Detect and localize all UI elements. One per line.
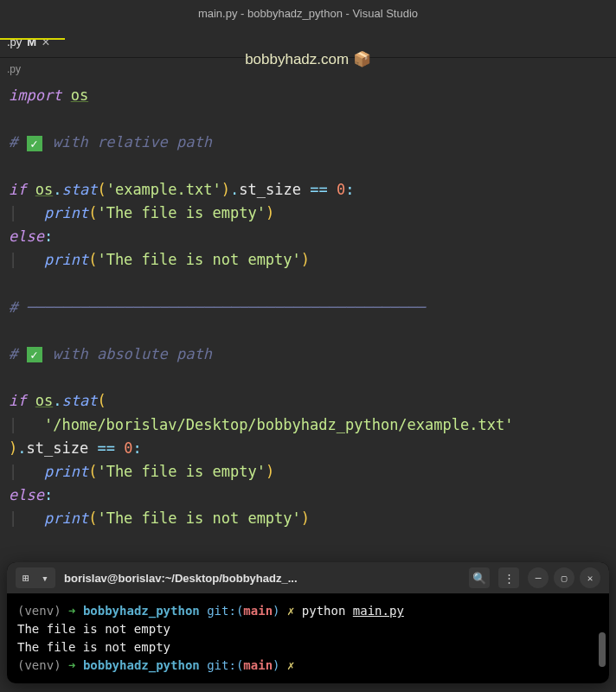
tab-active-indicator <box>0 38 65 40</box>
code-editor[interactable]: import os # ✓ with relative path if os.s… <box>0 80 616 535</box>
check-icon: ✓ <box>27 136 42 151</box>
maximize-button[interactable]: ▢ <box>554 567 574 588</box>
terminal-window: ⊞ ▾ borislav@borislav:~/Desktop/bobbyhad… <box>7 562 609 683</box>
menu-icon[interactable]: ⋮ <box>498 567 519 588</box>
window-title: main.py - bobbyhadz_python - Visual Stud… <box>0 0 616 27</box>
plus-icon: ⊞ <box>17 569 35 586</box>
new-tab-button[interactable]: ⊞ ▾ <box>16 567 55 588</box>
terminal-scrollbar[interactable] <box>599 632 606 667</box>
terminal-title: borislav@borislav:~/Desktop/bobbyhadz_..… <box>64 572 460 585</box>
chevron-down-icon: ▾ <box>36 569 54 586</box>
check-icon: ✓ <box>27 347 42 362</box>
editor-tab[interactable]: .py M × <box>0 27 57 57</box>
minimize-button[interactable]: ─ <box>528 567 549 588</box>
watermark-text: bobbyhadz.com 📦 <box>245 50 371 68</box>
search-icon[interactable]: 🔍 <box>469 567 490 588</box>
close-button[interactable]: ✕ <box>580 567 600 588</box>
terminal-header: ⊞ ▾ borislav@borislav:~/Desktop/bobbyhad… <box>7 562 609 593</box>
terminal-output[interactable]: (venv) ➜ bobbyhadz_python git:(main) ✗ p… <box>7 593 609 683</box>
close-icon[interactable]: × <box>42 35 49 50</box>
